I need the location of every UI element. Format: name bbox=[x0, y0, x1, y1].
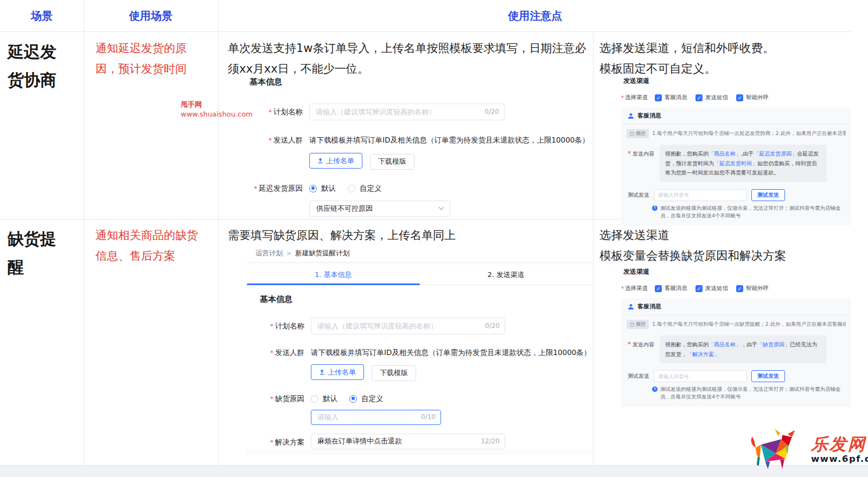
required-asterisk: * bbox=[270, 395, 273, 403]
step-tabs: 1. 基本信息 2. 发送渠道 bbox=[247, 265, 592, 285]
plan-name-counter: 0/20 bbox=[484, 108, 499, 115]
upload-list-button[interactable]: 上传名单 bbox=[311, 364, 364, 380]
doc-page: 场景 使用场景 使用注意点 延迟发货协商 通知延迟发货的原因，预计发货时间 单次… bbox=[0, 0, 868, 477]
breadcrumb: 运营计划 > 新建缺货提醒计划 bbox=[247, 245, 592, 262]
message-preview: 很抱歉，您购买的「商品名称」,由于「延迟发货原因」会延迟发货，预计发货时间为「延… bbox=[660, 145, 827, 182]
radio-custom-label[interactable]: 自定义 bbox=[361, 394, 384, 404]
radio-default[interactable] bbox=[311, 395, 318, 403]
required-asterisk: * bbox=[621, 95, 624, 101]
channel-option-sms[interactable]: ✓发送短信 bbox=[695, 285, 728, 292]
required-asterisk: * bbox=[269, 137, 272, 144]
row1-scenario: 延迟发货协商 bbox=[8, 38, 64, 94]
active-tab-underline bbox=[247, 283, 420, 285]
radio-custom[interactable] bbox=[348, 185, 355, 192]
radio-default-label[interactable]: 默认 bbox=[321, 184, 336, 194]
audience-label: *发送人群 bbox=[260, 344, 304, 358]
breadcrumb-parent[interactable]: 运营计划 bbox=[256, 249, 283, 258]
watermark-url: www.shuaishou.com bbox=[181, 109, 253, 119]
kefu-message-panel: 客服消息 频控 1.每个用户每天只可收到每个店铺一次延迟发货协商；2.此外，如果… bbox=[621, 107, 851, 225]
watermark-name: 甩手网 bbox=[181, 100, 253, 109]
upload-list-button[interactable]: 上传名单 bbox=[309, 153, 362, 169]
solution-input[interactable] bbox=[311, 434, 505, 449]
required-asterisk: * bbox=[628, 340, 631, 348]
template-variable: 「延迟发货时间」 bbox=[714, 160, 757, 166]
row1-right-note: 选择发送渠道，短信和外呼收费。 模板固定不可自定义。 bbox=[599, 38, 854, 79]
channel-title: 发送渠道 bbox=[623, 76, 851, 86]
test-send-note: 测试发送的链接为测试链接，仅做示意，无法正常打开；测试抖音号需为店铺会员，且每月… bbox=[660, 385, 844, 401]
upload-icon bbox=[317, 158, 323, 164]
panel-title: 客服消息 bbox=[637, 302, 661, 311]
row1-usage: 通知延迟发货的原因，预计发货时间 bbox=[95, 38, 200, 79]
required-asterisk: * bbox=[621, 286, 624, 292]
channel-option-kefu[interactable]: ✓客服消息 bbox=[655, 94, 687, 101]
plan-name-label: *计划名称 bbox=[260, 318, 304, 331]
delay-reason-selected-value: 供应链不可控原因 bbox=[316, 204, 373, 214]
row2-channel-screenshot: 发送渠道 * 选择渠道 ✓客服消息 ✓发送短信 ✓智能外呼 客服消息 频控 1.… bbox=[621, 267, 851, 407]
watermark: 甩手网 www.shuaishou.com bbox=[181, 100, 253, 119]
plan-name-counter: 0/20 bbox=[485, 322, 500, 330]
message-preview: 很抱歉，您购买的「商品名称」，由于「缺货原因」已经无法为您发货，「解决方案」 bbox=[660, 336, 827, 363]
delay-reason-select[interactable]: 供应链不可控原因 bbox=[309, 201, 450, 217]
logo-site-name: 乐发网 bbox=[811, 435, 868, 453]
section-title: 基本信息 bbox=[250, 77, 591, 87]
channel-select-label: 选择渠道 bbox=[625, 285, 648, 292]
form-card: 1. 基本信息 2. 发送渠道 基本信息 *计划名称 0/20 *发送 bbox=[247, 265, 592, 449]
test-send-button[interactable]: 测试发送 bbox=[751, 189, 785, 201]
delay-reason-label: *延迟发货原因 bbox=[239, 180, 303, 194]
freq-rule-text: 1.每个用户每天只可收到每个店铺一次延迟发货协商；2.此外，如果用户正在被本店客… bbox=[652, 130, 846, 137]
radio-default-selected[interactable] bbox=[309, 185, 317, 192]
radio-custom-label[interactable]: 自定义 bbox=[360, 184, 382, 194]
download-template-button[interactable]: 下载模版 bbox=[370, 154, 414, 170]
checkbox-checked-icon[interactable]: ✓ bbox=[695, 94, 703, 101]
row1-channel-screenshot: 发送渠道 * 选择渠道 ✓客服消息 ✓发送短信 ✓智能外呼 客服消息 频控 1.… bbox=[621, 76, 851, 225]
test-send-button[interactable]: 测试发送 bbox=[751, 370, 785, 382]
douyin-id-input[interactable] bbox=[654, 370, 747, 382]
column-header-scenario: 场景 bbox=[0, 0, 84, 31]
tab-basic-info[interactable]: 1. 基本信息 bbox=[247, 265, 420, 285]
plan-name-input[interactable] bbox=[311, 318, 505, 334]
grid-line bbox=[593, 31, 593, 465]
info-icon bbox=[652, 205, 658, 211]
footer-strip bbox=[0, 465, 868, 477]
grid-line bbox=[84, 0, 84, 465]
channel-option-call[interactable]: ✓智能外呼 bbox=[736, 94, 769, 101]
send-content-label: *发送内容 bbox=[628, 145, 654, 182]
douyin-id-input[interactable] bbox=[654, 189, 747, 201]
solution-label: *解决方案 bbox=[260, 434, 304, 447]
row2-right-line2: 模板变量会替换缺货原因和解决方案 bbox=[599, 246, 854, 266]
plan-name-input[interactable] bbox=[309, 104, 505, 120]
checkbox-checked-icon[interactable]: ✓ bbox=[655, 285, 662, 292]
required-asterisk: * bbox=[269, 108, 272, 116]
kefu-message-panel: 客服消息 频控 1.每个用户每天只可收到每个店铺一次缺货提醒；2.此外，如果用户… bbox=[621, 298, 851, 407]
bull-logo-icon bbox=[750, 428, 814, 469]
row2-scenario: 缺货提醒 bbox=[8, 225, 64, 281]
column-header-notes: 使用注意点 bbox=[218, 0, 852, 31]
freq-control-badge: 频控 bbox=[627, 320, 649, 329]
checkbox-checked-icon[interactable]: ✓ bbox=[655, 94, 662, 101]
tab-send-channel[interactable]: 2. 发送渠道 bbox=[420, 265, 593, 285]
download-template-button[interactable]: 下载模版 bbox=[372, 365, 416, 381]
channel-option-kefu[interactable]: ✓客服消息 bbox=[655, 285, 687, 292]
check-circle-icon bbox=[630, 323, 634, 327]
checkbox-checked-icon[interactable]: ✓ bbox=[736, 94, 743, 101]
channel-option-sms[interactable]: ✓发送短信 bbox=[695, 94, 728, 101]
check-circle-icon bbox=[630, 132, 634, 136]
info-icon bbox=[652, 386, 658, 392]
checkbox-checked-icon[interactable]: ✓ bbox=[736, 285, 743, 292]
radio-custom-selected[interactable] bbox=[349, 395, 357, 403]
send-content-label: *发送内容 bbox=[628, 336, 654, 363]
chevron-down-icon bbox=[439, 205, 444, 210]
row2-usage: 通知相关商品的缺货信息、售后方案 bbox=[95, 225, 204, 266]
row1-form: 基本信息 *计划名称 0/20 *发送人群 请下载模板并填写订单ID及相关信息（… bbox=[239, 77, 591, 217]
template-variable: 「商品名称」 bbox=[709, 151, 741, 157]
breadcrumb-separator-icon: > bbox=[286, 250, 291, 257]
checkbox-checked-icon[interactable]: ✓ bbox=[695, 285, 703, 292]
radio-default-label[interactable]: 默认 bbox=[323, 394, 337, 404]
grid-line bbox=[0, 31, 852, 32]
section-title: 基本信息 bbox=[260, 294, 592, 305]
person-icon bbox=[628, 304, 634, 310]
channel-title: 发送渠道 bbox=[623, 267, 851, 276]
person-icon bbox=[628, 113, 634, 119]
channel-option-call[interactable]: ✓智能外呼 bbox=[736, 285, 769, 292]
row2-note: 需要填写缺货原因、解决方案，上传名单同上 bbox=[228, 225, 586, 246]
